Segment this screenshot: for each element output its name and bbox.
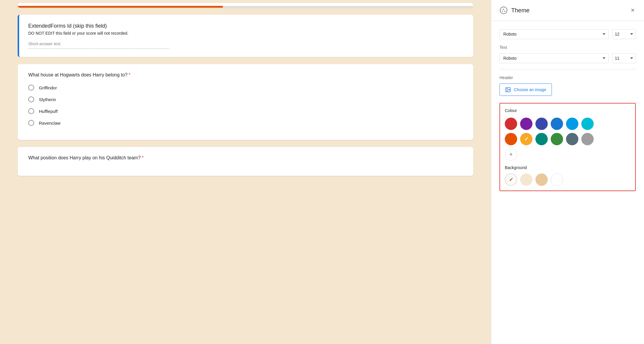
add-colour-icon: + (509, 151, 513, 158)
theme-title: Theme (511, 7, 530, 14)
swatch-teal[interactable] (535, 133, 548, 145)
background-swatches: ✓ (505, 173, 630, 186)
progress-fill (18, 6, 223, 8)
swatch-indigo[interactable] (535, 118, 548, 130)
text-section-label: Text (499, 45, 636, 50)
short-answer-line (28, 49, 170, 49)
radio-slytherin[interactable] (28, 96, 34, 102)
option-griffindor[interactable]: Griffindor (28, 85, 463, 91)
extended-forms-subtitle: DO NOT EDIT this field or your score wil… (28, 31, 463, 36)
short-answer-placeholder: Short-answer text (28, 41, 463, 46)
header-font-select[interactable]: Roboto Arial Times New Roman (499, 29, 609, 39)
palette-icon (499, 6, 508, 14)
theme-title-row: Theme (499, 6, 530, 14)
colour-grid-row2 (505, 133, 630, 145)
image-icon (505, 87, 511, 93)
bg-swatch-light[interactable]: ✓ (505, 173, 517, 186)
svg-point-5 (507, 88, 508, 89)
header-section-label: Header (499, 75, 636, 80)
text-size-select[interactable]: 11 12 14 (612, 53, 636, 63)
extended-forms-title: ExtendedForms Id (skip this field) (28, 23, 463, 29)
quidditch-required-star: * (142, 155, 144, 160)
swatch-red[interactable] (505, 118, 517, 130)
option-hufflepuff[interactable]: Hufflepuff (28, 108, 463, 114)
header-font-row: Roboto Arial Times New Roman 12 14 16 (499, 29, 636, 39)
text-font-row: Roboto Arial Times New Roman 11 12 14 (499, 53, 636, 63)
option-ravenclaw[interactable]: Ravenclaw (28, 120, 463, 126)
colour-label: Colour (505, 108, 630, 113)
swatch-cyan[interactable] (581, 118, 594, 130)
label-slytherin: Slytherin (39, 97, 56, 102)
divider-1 (499, 69, 636, 69)
header-size-select[interactable]: 12 14 16 (612, 29, 636, 39)
required-star: * (129, 72, 130, 77)
add-colour-button[interactable]: + (505, 148, 517, 161)
bg-swatch-dark[interactable] (535, 173, 548, 186)
radio-hufflepuff[interactable] (28, 108, 34, 114)
choose-image-button[interactable]: Choose an image (499, 84, 552, 96)
colour-section: Colour + (499, 103, 636, 191)
swatch-blue[interactable] (551, 118, 563, 130)
progress-bar (18, 6, 473, 8)
theme-body: Roboto Arial Times New Roman 12 14 16 Te… (491, 21, 644, 204)
label-ravenclaw: Ravenclaw (39, 121, 60, 126)
label-hufflepuff: Hufflepuff (39, 109, 58, 114)
svg-point-0 (500, 7, 507, 14)
radio-griffindor[interactable] (28, 85, 34, 91)
form-area: ExtendedForms Id (skip this field) DO NO… (0, 0, 491, 344)
swatch-amber[interactable] (520, 133, 532, 145)
hogwarts-house-card: What house at Hogwarts does Harry belong… (18, 64, 473, 140)
svg-point-1 (502, 11, 503, 11)
bg-checkmark: ✓ (509, 176, 513, 183)
bg-swatch-white[interactable] (551, 173, 563, 186)
swatch-purple[interactable] (520, 118, 532, 130)
background-label: Background (505, 165, 630, 170)
choose-image-label: Choose an image (514, 87, 546, 92)
text-font-select[interactable]: Roboto Arial Times New Roman (499, 53, 609, 63)
swatch-grey[interactable] (581, 133, 594, 145)
radio-ravenclaw[interactable] (28, 120, 34, 126)
bg-swatch-medium[interactable] (520, 173, 532, 186)
swatch-blue-grey[interactable] (566, 133, 578, 145)
quidditch-card: What position does Harry play on his Qui… (18, 147, 473, 176)
option-slytherin[interactable]: Slytherin (28, 96, 463, 102)
colour-grid-row1 (505, 118, 630, 130)
label-griffindor: Griffindor (39, 85, 57, 90)
swatch-green[interactable] (551, 133, 563, 145)
progress-card (18, 3, 473, 8)
swatch-orange[interactable] (505, 133, 517, 145)
svg-point-3 (504, 11, 505, 11)
hogwarts-question: What house at Hogwarts does Harry belong… (28, 72, 463, 78)
svg-point-2 (503, 9, 504, 10)
theme-panel: Theme × Roboto Arial Times New Roman 12 … (491, 0, 644, 344)
extended-forms-card: ExtendedForms Id (skip this field) DO NO… (18, 15, 473, 57)
quidditch-question: What position does Harry play on his Qui… (28, 155, 463, 161)
close-button[interactable]: × (630, 6, 636, 15)
swatch-light-blue[interactable] (566, 118, 578, 130)
theme-header: Theme × (491, 0, 644, 21)
